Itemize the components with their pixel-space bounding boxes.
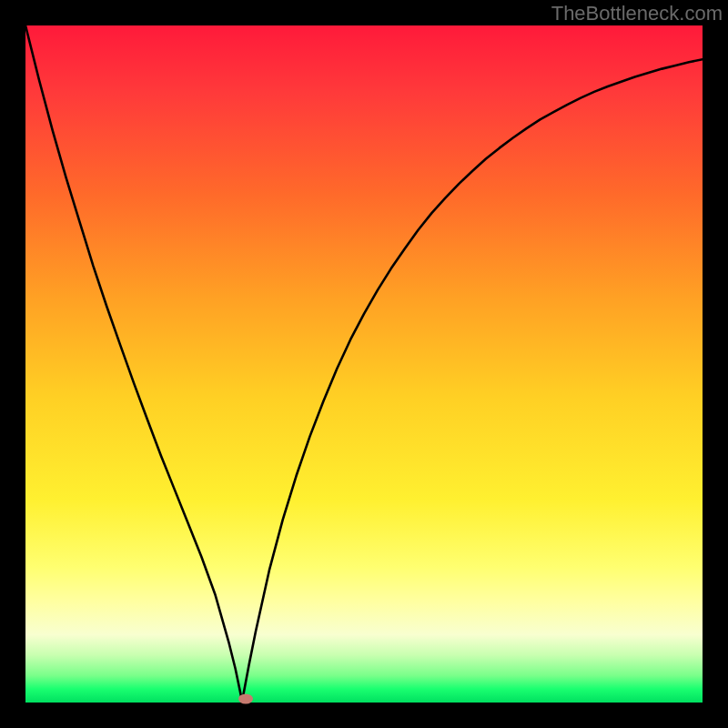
plot-area bbox=[25, 25, 703, 703]
watermark-text: TheBottleneck.com bbox=[551, 2, 723, 25]
chart-frame: TheBottleneck.com bbox=[0, 0, 728, 728]
bottleneck-curve bbox=[25, 25, 703, 702]
curve-layer bbox=[25, 25, 703, 703]
minimum-marker bbox=[238, 693, 253, 703]
